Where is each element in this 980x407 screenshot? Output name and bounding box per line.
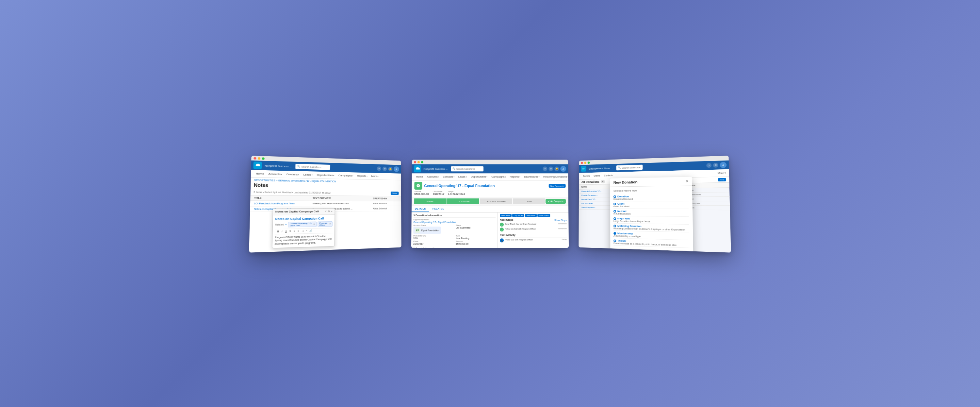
note-title-1[interactable]: LOI Feedback from Programs Team — [253, 201, 312, 205]
col-modified[interactable]: LAST MODIFIED ▲ — [401, 197, 401, 200]
stage-loi[interactable]: LOI Submitted — [447, 198, 480, 204]
setup-icon[interactable]: ⚙ — [382, 166, 387, 171]
log-call-btn[interactable]: Log a Call — [512, 214, 524, 217]
m-menu-recurring[interactable]: Recurring Donations ▾ — [542, 175, 569, 179]
menu-campaigns[interactable]: Campaigns▾ — [337, 173, 355, 178]
radio-matching[interactable] — [614, 225, 616, 227]
modal-close-icon[interactable]: × — [686, 179, 689, 184]
close-btn-m[interactable] — [414, 161, 416, 163]
stage-closed[interactable]: Closed — [513, 198, 545, 204]
user-avatar-r[interactable]: A — [720, 162, 727, 168]
rt-donation-desc: Donation Received — [614, 198, 689, 200]
m-menu-leads[interactable]: Leads ▾ — [457, 175, 468, 179]
bg-row-4-name[interactable]: LOI Submitted... — [581, 202, 613, 204]
next-steps-header: Next Steps Show Steps — [500, 219, 566, 222]
tab-related[interactable]: RELATED — [429, 206, 447, 212]
cancel-button[interactable]: Cancel — [660, 252, 676, 252]
new-donation-btn[interactable]: New — [718, 178, 726, 182]
menu-leads[interactable]: Leads▾ — [302, 172, 314, 177]
search-text-left: Search Salesforce — [302, 165, 321, 168]
bg-row-2-name[interactable]: Capital Campaign... — [581, 194, 613, 196]
help-icon-m[interactable]: ? — [542, 166, 547, 171]
r-menu-grants[interactable]: Grants — [592, 174, 602, 177]
radio-donation[interactable] — [614, 195, 616, 198]
new-donation-modal: New Donation × Select a record type Dona… — [610, 177, 694, 252]
minimize-btn-m[interactable] — [417, 161, 420, 163]
m-menu-opportunities[interactable]: Opportunities ▾ — [469, 175, 489, 179]
r-menu-contacts[interactable]: Contacts — [602, 174, 614, 177]
setup-icon-m[interactable]: ⚙ — [549, 166, 553, 171]
maximize-btn-r[interactable] — [588, 161, 590, 163]
col-created: CREATED BY — [372, 196, 401, 200]
amount-label: Amount — [414, 191, 429, 193]
stage-app[interactable]: Application Submitted — [480, 198, 512, 204]
setup-icon-r[interactable]: ⚙ — [713, 163, 718, 168]
mark-complete-btn[interactable]: ✓ As Complete — [546, 199, 566, 204]
notification-icon[interactable]: 🔔 — [388, 167, 392, 171]
r-menu-donors[interactable]: Donors — [581, 174, 592, 177]
close-btn[interactable] — [253, 157, 256, 160]
menu-more[interactable]: More▾ — [370, 174, 380, 178]
maximize-btn[interactable] — [262, 157, 265, 159]
opp-name-value[interactable]: General Operating '17 - Equal Foundation — [414, 221, 496, 223]
m-menu-contacts[interactable]: Contacts ▾ — [441, 175, 457, 179]
bg-row-3-status: Open — [689, 198, 727, 200]
radio-tribute[interactable] — [614, 239, 616, 242]
screens-container: Nonprofit Success ... 🔍 Search Salesforc… — [0, 158, 980, 249]
radio-major[interactable] — [614, 217, 616, 220]
opp-title-row: General Operating '17 - Equal Foundation… — [414, 182, 565, 190]
help-icon[interactable]: ? — [377, 166, 382, 171]
salesforce-logo — [253, 161, 262, 169]
notification-icon-m[interactable]: 🔔 — [554, 166, 559, 171]
menu-home[interactable]: Home — [254, 171, 266, 176]
minimize-btn[interactable] — [258, 157, 260, 160]
bg-row-1-name[interactable]: General Operating '17... — [581, 190, 614, 192]
radio-inkind[interactable] — [614, 210, 616, 212]
close-btn-r[interactable] — [581, 161, 583, 164]
note-popup-controls: ⤢ ⧉ × — [325, 209, 332, 212]
screen-left: Nonprofit Success ... 🔍 Search Salesforc… — [249, 156, 401, 252]
minimize-btn-r[interactable] — [584, 161, 586, 164]
m-menu-campaigns[interactable]: Campaigns ▾ — [490, 175, 508, 179]
bg-row-5-name[interactable]: Youth Programs... — [581, 206, 613, 208]
salesforce-logo-r: SF — [581, 166, 586, 171]
new-note-act-btn[interactable]: New Note — [525, 214, 537, 217]
stage-prospect[interactable]: Prospect — [414, 198, 447, 204]
rt-grant-name[interactable]: Grant — [614, 202, 689, 205]
help-icon-r[interactable]: ? — [706, 163, 711, 168]
radio-grant[interactable] — [614, 202, 616, 205]
maximize-btn-m[interactable] — [421, 161, 423, 163]
note-modified-1: 1/30/2017 3:22 PM — [401, 202, 401, 205]
new-task-btn[interactable]: New Task — [500, 214, 512, 217]
search-box-right[interactable]: 🔍 Search Salesforce — [616, 164, 643, 170]
popout-icon[interactable]: ⧉ — [328, 209, 330, 212]
tab-details[interactable]: DETAILS — [412, 206, 429, 212]
search-box-middle[interactable]: 🔍 Search Salesforce — [451, 166, 484, 171]
m-menu-dashboards[interactable]: Dashboards ▾ — [522, 175, 541, 179]
field-prob: Probability (%) 20% — [413, 235, 453, 239]
expand-icon[interactable]: ⤢ — [325, 209, 327, 212]
search-box-left[interactable]: 🔍 Search Salesforce — [295, 163, 330, 170]
new-payment-btn[interactable]: New Payment ▾ — [549, 184, 566, 187]
menu-reports[interactable]: Reports▾ — [355, 174, 369, 178]
menu-accounts[interactable]: Accounts▾ — [267, 172, 284, 176]
bg-row-3-name[interactable]: Annual Fund '17... — [581, 198, 613, 200]
m-menu-accounts[interactable]: Accounts ▾ — [425, 175, 441, 179]
field-row-1: Opportunity Name General Operating '17 -… — [414, 219, 496, 223]
m-menu-reports[interactable]: Reports ▾ — [508, 175, 522, 179]
new-event-btn[interactable]: New Event — [538, 214, 550, 217]
radio-membership[interactable] — [614, 232, 616, 235]
menu-opportunities[interactable]: Opportunities▾ — [315, 172, 336, 177]
new-note-button[interactable]: New — [391, 191, 399, 195]
show-steps-link[interactable]: Show Steps — [554, 219, 566, 221]
menu-contacts[interactable]: Contacts▾ — [285, 172, 301, 177]
activity-panel: New Task Log a Call New Note New Event N… — [498, 212, 569, 248]
user-avatar-m[interactable]: A — [560, 166, 566, 172]
m-menu-home[interactable]: Home — [415, 175, 425, 179]
r-menu-more-btn[interactable]: More ▾ — [718, 171, 726, 174]
user-avatar-left[interactable]: A — [394, 166, 399, 172]
rt-donation-name[interactable]: Donation — [614, 195, 689, 198]
close-popup-icon[interactable]: × — [331, 209, 332, 212]
task-icon-1: ✓ — [500, 223, 504, 227]
app-name-middle: Nonprofit Success ... — [424, 167, 448, 170]
